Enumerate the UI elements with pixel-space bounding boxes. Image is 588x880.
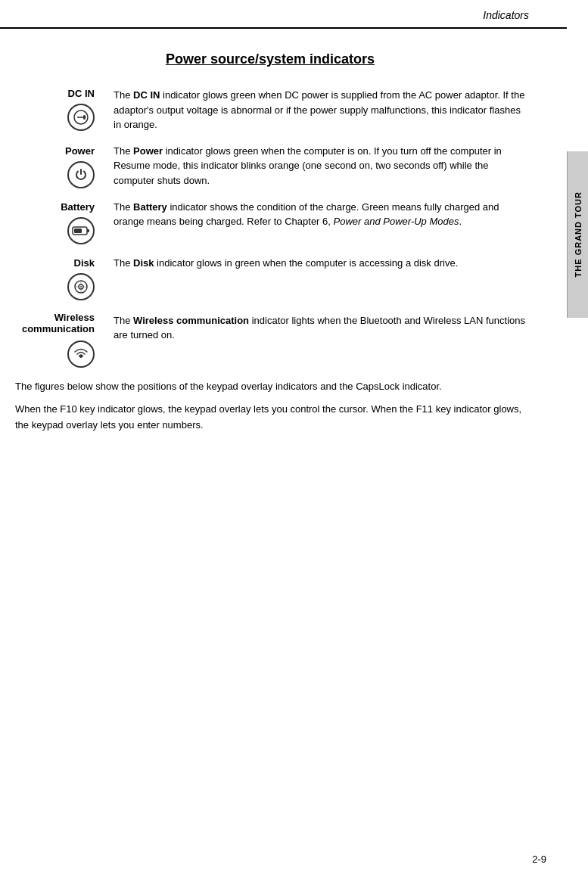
svg-point-9 [80,286,82,288]
indicator-row-wireless: Wirelesscommunication [15,312,525,368]
indicator-desc-dcin: The DC IN indicator glows green when DC … [106,86,525,132]
page-title: Indicators [483,9,529,21]
side-tab-label: The Grand Tour [574,191,583,277]
page-header: Indicators [0,0,567,29]
indicator-desc-battery: The Battery indicator shows the conditio… [106,200,525,229]
indicator-label-col-dcin: DC IN [15,86,106,131]
disk-icon [67,273,95,300]
main-content: Power source/system indicators DC IN [0,29,567,456]
indicator-desc-disk: The Disk indicator glows in green when t… [106,256,525,271]
section-title: Power source/system indicators [15,51,525,67]
indicator-label-dcin: DC IN [15,88,95,99]
bold-wireless: Wireless communication [133,315,249,326]
svg-rect-5 [87,229,89,232]
indicator-label-col-power: Power [15,144,106,188]
page-number: 2-9 [532,854,546,865]
footer-para2: When the F10 key indicator glows, the ke… [15,402,525,434]
indicator-label-col-disk: Disk [15,256,106,300]
battery-icon [67,217,95,244]
battery-svg [71,223,91,238]
page-wrapper: The Grand Tour Indicators Power source/s… [0,0,588,880]
indicator-label-col-wireless: Wirelesscommunication [15,312,106,368]
bold-dcin: DC IN [133,89,160,101]
dc-in-icon [67,104,95,131]
bold-disk: Disk [133,257,154,269]
bold-power: Power [133,145,163,157]
indicator-row-power: Power The Power indicator glows green wh… [15,144,525,188]
disk-svg [72,278,90,296]
wireless-svg [71,344,91,364]
indicator-desc-power: The Power indicator glows green when the… [106,144,525,188]
indicator-label-battery: Battery [15,201,95,213]
indicator-desc-wireless: The Wireless communication indicator lig… [106,312,525,368]
svg-rect-6 [74,229,82,233]
bold-battery: Battery [133,201,167,213]
indicator-row-disk: Disk [15,256,525,300]
italic-power-modes: Power and Power-Up Modes [334,216,459,227]
power-svg [73,166,89,183]
indicator-row-dcin: DC IN The DC IN indica [15,86,525,132]
side-tab: The Grand Tour [567,151,588,318]
indicator-label-disk: Disk [15,257,95,269]
footer-para1: The figures below show the positions of … [15,379,525,395]
dc-in-svg [73,109,89,126]
indicator-label-wireless: Wirelesscommunication [15,312,95,334]
indicator-label-col-battery: Battery [15,200,106,244]
power-icon [67,161,95,188]
wireless-icon [67,340,95,368]
indicator-row-battery: Battery The Battery in [15,200,525,244]
indicator-label-power: Power [15,145,95,157]
